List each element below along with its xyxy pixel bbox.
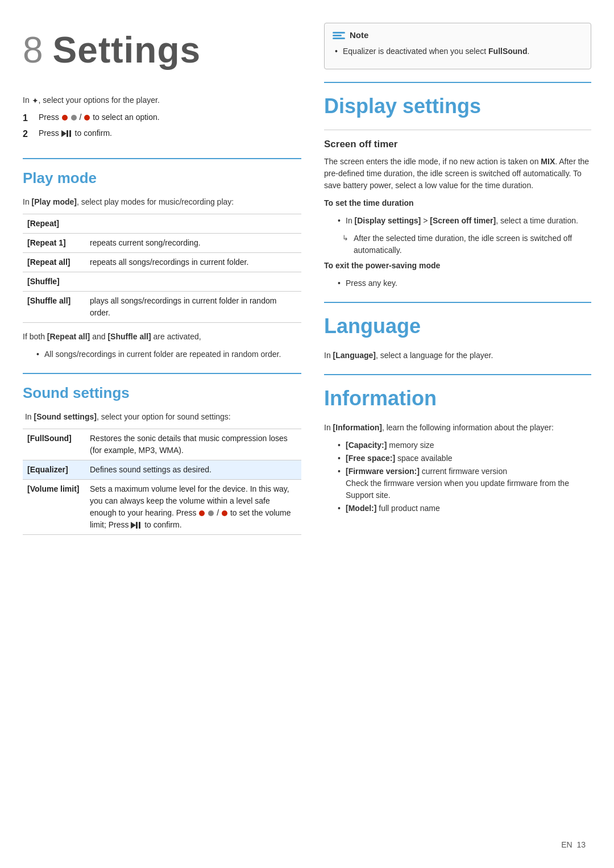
- step-1: 1 Press / to select an option.: [23, 111, 301, 125]
- table-row: [Shuffle]: [23, 272, 301, 291]
- sound-settings-intro: In [Sound settings], select your option …: [23, 411, 301, 423]
- note-box: Note Equalizer is deactivated when you s…: [324, 23, 591, 69]
- dot-red-icon2: [84, 115, 90, 121]
- to-exit-title: To exit the power-saving mode: [324, 260, 591, 272]
- information-body: In [Information], learn the following in…: [324, 422, 591, 434]
- list-item: Press any key.: [335, 277, 591, 289]
- sound-settings-divider: [23, 373, 301, 374]
- list-item: [Free space:] space available: [335, 452, 591, 464]
- note-icon: [333, 32, 345, 39]
- to-set-bullets: In [Display settings] > [Screen off time…: [335, 215, 591, 227]
- pause-icon: [67, 130, 72, 137]
- if-both-text: If both [Repeat all] and [Shuffle all] a…: [23, 331, 301, 343]
- language-body: In [Language], select a language for the…: [324, 350, 591, 362]
- language-divider: [324, 302, 591, 303]
- sound-settings-table: [FullSound] Restores the sonic details t…: [23, 429, 301, 535]
- play-mode-divider: [23, 158, 301, 159]
- step-2: 2 Press to confirm.: [23, 127, 301, 141]
- list-item: [Capacity:] memory size: [335, 439, 591, 451]
- right-column: Note Equalizer is deactivated when you s…: [324, 23, 591, 543]
- note-bullets: Equalizer is deactivated when you select…: [333, 45, 583, 57]
- intro-text: In ✦, select your options for the player…: [23, 94, 301, 107]
- dot-gray-icon: [71, 115, 77, 121]
- table-row: [Repeat]: [23, 214, 301, 233]
- play-mode-table: [Repeat] [Repeat 1] repeats current song…: [23, 214, 301, 323]
- display-settings-title: Display settings: [324, 91, 591, 122]
- screen-off-body: The screen enters the idle mode, if no n…: [324, 156, 591, 192]
- list-item: Equalizer is deactivated when you select…: [333, 45, 583, 57]
- page-number: 8: [23, 30, 44, 70]
- play-mode-title: Play mode: [23, 167, 301, 189]
- screen-off-title: Screen off timer: [324, 137, 591, 152]
- play-mode-bullets: All songs/recordings in current folder a…: [34, 348, 301, 360]
- table-row: [FullSound] Restores the sonic details t…: [23, 429, 301, 460]
- table-row: [Repeat 1] repeats current song/recordin…: [23, 233, 301, 252]
- to-exit-bullets: Press any key.: [335, 277, 591, 289]
- table-row: [Shuffle all] plays all songs/recordings…: [23, 291, 301, 322]
- gear-icon: ✦: [32, 95, 39, 107]
- dot-gray-icon2: [208, 510, 214, 516]
- list-item: After the selected time duration, the id…: [341, 232, 591, 256]
- to-set-title: To set the time duration: [324, 197, 591, 209]
- dot-red-icon3: [199, 510, 205, 516]
- language-title: Language: [324, 311, 591, 342]
- list-item: In [Display settings] > [Screen off time…: [335, 215, 591, 227]
- table-row: [Repeat all] repeats all songs/recording…: [23, 252, 301, 272]
- page-title: 8Settings: [23, 23, 301, 77]
- left-column: 8Settings In ✦, select your options for …: [23, 23, 301, 543]
- play-icon: [61, 130, 67, 137]
- play-mode-intro: In [Play mode], select play modes for mu…: [23, 196, 301, 208]
- play-icon2: [131, 522, 136, 529]
- page-footer: EN 13: [561, 839, 586, 851]
- dot-red-icon: [62, 115, 68, 121]
- steps: 1 Press / to select an option. 2 Press t…: [23, 111, 301, 141]
- list-item: All songs/recordings in current folder a…: [34, 348, 301, 360]
- dot-red-icon4: [222, 510, 227, 516]
- information-title: Information: [324, 383, 591, 414]
- sub-indent-bullets: After the selected time duration, the id…: [341, 232, 591, 256]
- information-bullets: [Capacity:] memory size [Free space:] sp…: [335, 439, 591, 514]
- list-item: [Model:] full product name: [335, 502, 591, 514]
- table-row: [Volume limit] Sets a maximum volume lev…: [23, 479, 301, 534]
- display-settings-divider: [324, 82, 591, 83]
- table-row-highlighted: [Equalizer] Defines sound settings as de…: [23, 460, 301, 479]
- list-item: [Firmware version:] current firmware ver…: [335, 466, 591, 501]
- note-header: Note: [333, 29, 583, 42]
- information-divider: [324, 374, 591, 375]
- pause-icon2: [136, 522, 141, 529]
- screen-off-divider: [324, 130, 591, 130]
- sound-settings-title: Sound settings: [23, 382, 301, 404]
